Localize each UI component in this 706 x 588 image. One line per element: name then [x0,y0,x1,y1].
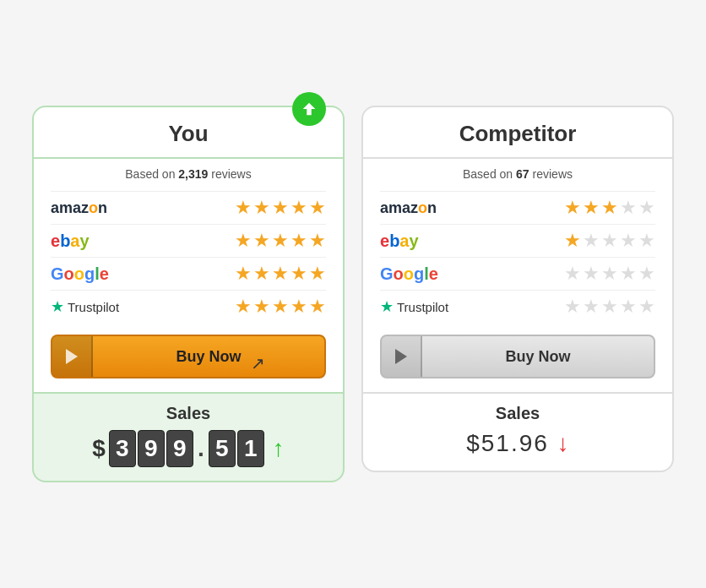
star-empty: ★ [620,296,637,318]
star-empty: ★ [638,296,655,318]
you-amazon-row: amazon ★ ★ ★ ★ ★ [51,191,326,224]
star: ★ [253,263,270,285]
you-sales-title: Sales [47,404,329,423]
up-arrow-badge [292,92,326,126]
star: ★ [564,197,581,219]
you-card-header: You [32,106,345,159]
you-sales-dollar-sign: $ [92,435,106,462]
star: ★ [272,263,289,285]
star: ★ [235,230,252,252]
competitor-play-box [382,336,422,377]
competitor-amazon-stars: ★ ★ ★ ★ ★ [564,197,655,219]
competitor-google-stars: ★ ★ ★ ★ ★ [564,263,655,285]
star-empty: ★ [601,230,618,252]
odometer-decimal-digit-1: 5 [209,430,236,467]
you-play-box [52,336,93,377]
you-buy-now-button[interactable]: Buy Now ↗ [51,335,326,378]
competitor-amazon-row: amazon ★ ★ ★ ★ ★ [380,191,655,224]
star-empty: ★ [638,263,655,285]
star: ★ [309,296,326,318]
competitor-sales-value: $51.96 [466,430,549,457]
you-odometer: 3 9 9 [109,430,193,467]
competitor-trustpilot-stars: ★ ★ ★ ★ ★ [564,296,655,318]
star-empty: ★ [620,263,637,285]
star-empty: ★ [638,197,655,219]
star: ★ [272,296,289,318]
you-google-row: Google ★ ★ ★ ★ ★ [51,257,326,290]
competitor-google-row: Google ★ ★ ★ ★ ★ [380,257,655,290]
competitor-reviews-count: 67 [516,167,530,181]
star: ★ [291,263,307,285]
odometer-decimal-dot: . [198,435,204,462]
competitor-buy-now-button[interactable]: Buy Now [380,335,655,378]
you-ebay-logo: ebay [51,231,135,251]
competitor-sales-title: Sales [377,404,659,423]
you-odometer-decimal: 5 1 [209,430,264,467]
you-google-logo: Google [51,264,135,284]
competitor-sales-trend-icon: ↓ [557,430,569,457]
odometer-decimal-digit-2: 1 [237,430,264,467]
odometer-digit-3: 9 [166,430,193,467]
odometer-digit-2: 9 [138,430,165,467]
competitor-title: Competitor [380,121,655,157]
star: ★ [291,197,307,219]
star: ★ [309,263,326,285]
star-empty: ★ [601,263,618,285]
star-empty: ★ [564,263,581,285]
you-ebay-row: ebay ★ ★ ★ ★ ★ [51,224,326,257]
arrow-up-icon [300,100,318,118]
competitor-card-body: Based on 67 reviews amazon ★ ★ ★ ★ ★ eba… [361,159,674,394]
trustpilot-star-icon: ★ [380,297,394,316]
competitor-reviews-text: Based on 67 reviews [380,167,655,181]
star: ★ [253,230,270,252]
star: ★ [291,230,307,252]
competitor-google-logo: Google [380,264,464,284]
you-title: You [51,121,326,157]
star-empty: ★ [583,263,600,285]
star: ★ [235,263,252,285]
star: ★ [291,296,307,318]
star: ★ [253,197,270,219]
competitor-ebay-logo: ebay [380,231,464,251]
star-empty: ★ [638,230,655,252]
you-play-icon [66,349,78,364]
competitor-sales-section: Sales $51.96 ↓ [361,394,674,472]
you-trustpilot-logo: ★ Trustpilot [51,297,119,316]
star: ★ [272,197,289,219]
competitor-trustpilot-logo: ★ Trustpilot [380,297,448,316]
competitor-ebay-row: ebay ★ ★ ★ ★ ★ [380,224,655,257]
star: ★ [309,197,326,219]
cursor-icon: ↗ [251,353,265,373]
competitor-trustpilot-row: ★ Trustpilot ★ ★ ★ ★ ★ [380,290,655,323]
competitor-card-header: Competitor [361,106,674,159]
star: ★ [235,197,252,219]
you-trustpilot-stars: ★ ★ ★ ★ ★ [235,296,326,318]
star-empty: ★ [583,296,600,318]
competitor-ebay-stars: ★ ★ ★ ★ ★ [564,230,655,252]
competitor-buy-now-label: Buy Now [422,348,654,366]
odometer-digit-1: 3 [109,430,136,467]
star-empty: ★ [620,230,637,252]
you-buy-now-label: Buy Now [93,348,324,366]
you-card-body: Based on 2,319 reviews amazon ★ ★ ★ ★ ★ … [32,159,345,394]
competitor-sales-amount-display: $51.96 ↓ [377,430,659,457]
competitor-amazon-logo: amazon [380,199,464,217]
star-empty: ★ [601,296,618,318]
competitor-play-icon [395,349,407,364]
you-trustpilot-row: ★ Trustpilot ★ ★ ★ ★ ★ [51,290,326,323]
star-empty: ★ [620,197,637,219]
you-sales-trend-icon: ↑ [273,435,285,462]
you-google-stars: ★ ★ ★ ★ ★ [235,263,326,285]
star: ★ [253,296,270,318]
you-reviews-count: 2,319 [178,167,208,181]
trustpilot-star-icon: ★ [51,297,64,316]
star: ★ [235,296,252,318]
you-ebay-stars: ★ ★ ★ ★ ★ [235,230,326,252]
competitor-column: Competitor Based on 67 reviews amazon ★ … [361,106,674,472]
you-reviews-text: Based on 2,319 reviews [51,167,326,181]
you-column: You Based on 2,319 reviews amazon ★ ★ ★ … [32,106,345,482]
you-amazon-stars: ★ ★ ★ ★ ★ [235,197,326,219]
comparison-wrapper: You Based on 2,319 reviews amazon ★ ★ ★ … [15,89,691,499]
star: ★ [272,230,289,252]
star: ★ [564,230,581,252]
